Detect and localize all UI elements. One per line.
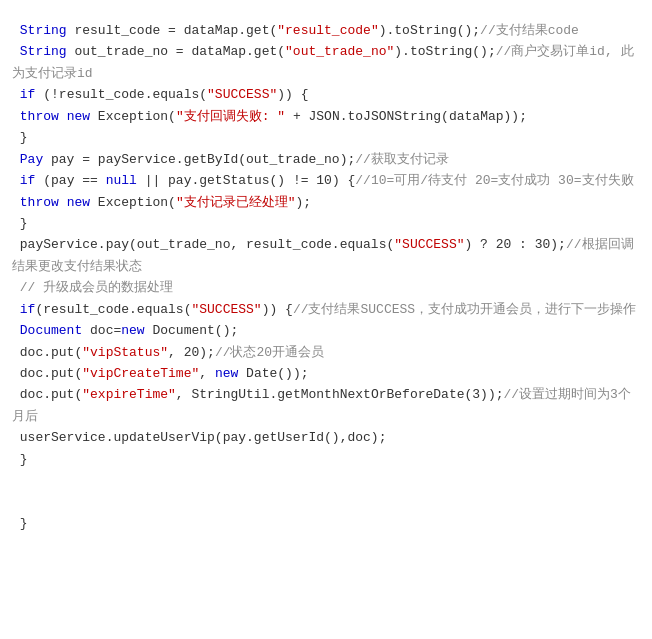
line-3: if (!result_code.equals("SUCCESS")) { — [12, 87, 309, 102]
line-20: } — [12, 516, 28, 531]
line-7: if (pay == null || pay.getStatus() != 10… — [12, 173, 634, 188]
code-container: String result_code = dataMap.get("result… — [0, 0, 652, 639]
line-16: doc.put("expireTime", StringUtil.getMont… — [12, 387, 631, 423]
line-6: Pay pay = payService.getById(out_trade_n… — [12, 152, 449, 167]
line-4: throw new Exception("支付回调失败: " + JSON.to… — [12, 109, 527, 124]
line-18: } — [12, 452, 28, 467]
line-5: } — [12, 130, 28, 145]
line-10: payService.pay(out_trade_no, result_code… — [12, 237, 634, 273]
line-8: throw new Exception("支付记录已经处理"); — [12, 195, 311, 210]
line-14: doc.put("vipStatus", 20);//状态20开通会员 — [12, 345, 324, 360]
line-17: userService.updateUserVip(pay.getUserId(… — [12, 430, 386, 445]
line-15: doc.put("vipCreateTime", new Date()); — [12, 366, 309, 381]
line-1: String result_code = dataMap.get("result… — [12, 23, 579, 38]
line-2: String out_trade_no = dataMap.get("out_t… — [12, 44, 634, 80]
line-13: Document doc=new Document(); — [12, 323, 238, 338]
code-block: String result_code = dataMap.get("result… — [0, 10, 652, 545]
line-12: if(result_code.equals("SUCCESS")) {//支付结… — [12, 302, 636, 317]
line-9: } — [12, 216, 28, 231]
line-11: // 升级成会员的数据处理 — [12, 280, 173, 295]
